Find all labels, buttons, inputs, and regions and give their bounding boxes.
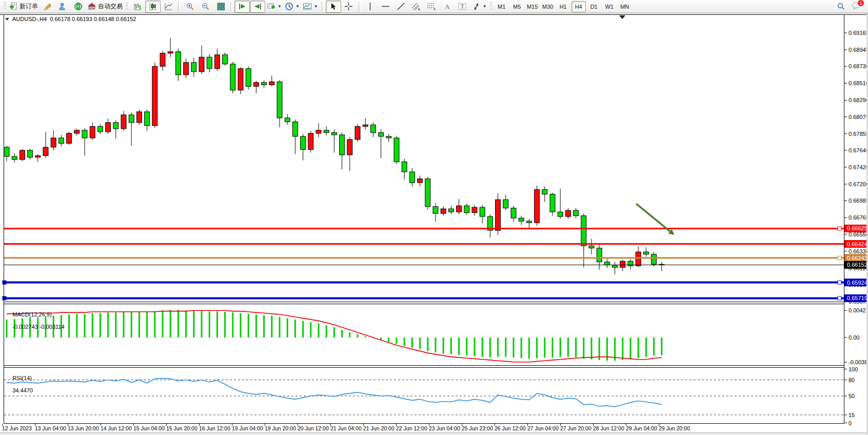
- tab-timeframe-m1[interactable]: M1: [495, 1, 509, 12]
- horizontal-line-button[interactable]: [378, 1, 393, 13]
- cursor-icon: [329, 3, 337, 11]
- chart-canvas[interactable]: 0.691650.689450.687300.685100.682900.680…: [0, 0, 868, 435]
- symbol-ohlc-values: 0.66178 0.66193 0.66148 0.66152: [50, 16, 136, 22]
- candle-body: [12, 156, 17, 160]
- candle-body: [191, 63, 196, 72]
- rsi-name: RSI(14): [12, 375, 32, 381]
- candle-body: [363, 125, 368, 126]
- candle-body: [285, 118, 290, 122]
- crosshair-button[interactable]: [341, 1, 357, 13]
- chart-shift-button[interactable]: [250, 1, 265, 13]
- candle-body: [121, 115, 126, 129]
- line-handle[interactable]: [3, 281, 6, 284]
- candle-body: [379, 132, 384, 136]
- toolbar-grip[interactable]: [126, 2, 128, 11]
- candle-body: [214, 55, 220, 69]
- gold-arrow-icon: [43, 2, 52, 11]
- tab-timeframe-m5[interactable]: M5: [510, 1, 524, 12]
- zoom-out-button[interactable]: [198, 1, 213, 13]
- candle-body: [589, 246, 594, 248]
- line-handle[interactable]: [838, 281, 841, 284]
- svg-text:F: F: [434, 8, 436, 11]
- candle-body: [301, 136, 306, 150]
- vertical-line-button[interactable]: [363, 1, 378, 13]
- candle-body: [643, 252, 648, 254]
- candle-body: [67, 133, 72, 144]
- trendline-button[interactable]: [393, 1, 409, 13]
- periods-clock-icon: [285, 2, 293, 11]
- chat-button[interactable]: 1: [852, 2, 861, 12]
- candle-body: [409, 172, 415, 183]
- tab-timeframe-m30[interactable]: M30: [541, 1, 555, 12]
- periods-button[interactable]: ▼: [283, 1, 301, 13]
- line-handle[interactable]: [838, 296, 841, 300]
- equidistant-channel-button[interactable]: E: [409, 1, 424, 13]
- text-button[interactable]: A: [440, 1, 455, 13]
- arrows-button[interactable]: ▼: [470, 1, 488, 13]
- candle-body: [324, 130, 329, 133]
- candle-body: [565, 210, 570, 216]
- candle-body: [519, 218, 524, 221]
- candle-body: [184, 63, 189, 75]
- candle-body: [386, 136, 391, 138]
- line-handle[interactable]: [838, 256, 841, 260]
- text-label-button[interactable]: T: [455, 1, 470, 13]
- toolbar-grip[interactable]: [4, 2, 6, 11]
- symbol-dropdown-icon[interactable]: [5, 18, 9, 21]
- candle-body: [168, 52, 173, 53]
- candle-body: [74, 130, 80, 133]
- tab-timeframe-m15[interactable]: M15: [525, 1, 540, 12]
- zoom-in-button[interactable]: [182, 1, 198, 13]
- macd-name: MACD(12,26,9): [12, 311, 51, 318]
- tile-windows-button[interactable]: [213, 1, 228, 13]
- autotrading-icon: [87, 2, 96, 11]
- cursor-button[interactable]: [326, 1, 341, 13]
- candlestick-chart-button[interactable]: [145, 1, 161, 13]
- candle-body: [136, 112, 142, 123]
- macd-indicator-label: MACD(12,26,9) -0.002743 -0.003114: [6, 305, 65, 336]
- autotrading-button[interactable]: 自动交易: [86, 1, 124, 13]
- crosshair-icon: [344, 2, 353, 11]
- signals-button[interactable]: [70, 1, 86, 13]
- candle-body: [581, 216, 586, 246]
- notification-badge: 1: [857, 0, 864, 7]
- line-handle[interactable]: [838, 227, 841, 230]
- candle-body: [464, 206, 469, 213]
- candle-body: [316, 130, 321, 133]
- line-chart-button[interactable]: [161, 1, 176, 13]
- search-button[interactable]: [833, 1, 849, 13]
- candle-body: [238, 69, 243, 90]
- bar-chart-button[interactable]: [130, 1, 145, 13]
- candle-body: [292, 122, 298, 136]
- new-order-icon: [9, 2, 18, 11]
- candle-body: [597, 248, 602, 262]
- candle-body: [113, 123, 119, 129]
- auto-scroll-button[interactable]: [234, 1, 250, 13]
- add-indicator-button[interactable]: ▼: [265, 1, 283, 13]
- new-order-button[interactable]: 新订单: [8, 1, 40, 13]
- tab-timeframe-mn[interactable]: MN: [618, 1, 632, 12]
- gold-arrow-button[interactable]: [40, 1, 55, 13]
- candle-body: [97, 126, 103, 132]
- candle-body: [106, 123, 111, 132]
- tab-timeframe-h4[interactable]: H4: [571, 1, 586, 12]
- candle-body: [433, 207, 438, 214]
- profile-button[interactable]: [55, 1, 70, 13]
- candle-body: [574, 210, 579, 216]
- tab-timeframe-d1[interactable]: D1: [587, 1, 601, 12]
- fibonacci-button[interactable]: F: [424, 1, 440, 13]
- candle-body: [152, 66, 157, 126]
- time-axis[interactable]: [0, 424, 868, 432]
- line-handle[interactable]: [3, 296, 6, 300]
- price-axis[interactable]: [844, 15, 868, 423]
- candlestick-chart-icon: [149, 2, 157, 11]
- tab-timeframe-w1[interactable]: W1: [602, 1, 617, 12]
- template-button[interactable]: ▼: [301, 1, 320, 13]
- toolbar-grip[interactable]: [490, 2, 492, 11]
- candle-body: [550, 194, 555, 212]
- candle-body: [19, 150, 25, 160]
- tab-timeframe-h1[interactable]: H1: [556, 1, 570, 12]
- chart-background: [0, 13, 868, 435]
- candle-body: [246, 69, 251, 87]
- fibonacci-icon: F: [427, 2, 437, 11]
